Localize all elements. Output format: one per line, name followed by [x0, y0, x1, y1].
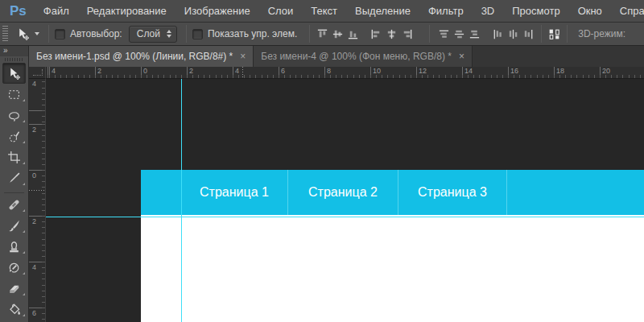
autoselect-label: Автовыбор:: [70, 28, 122, 39]
ruler-origin-icon: [33, 69, 43, 76]
ruler-tick-label: 2: [97, 67, 101, 75]
document-artboard[interactable]: Страница 1Страница 2Страница 3: [141, 170, 644, 322]
separator: [567, 25, 568, 43]
show-transform-controls-checkbox[interactable]: [192, 29, 203, 39]
align-right-edges-icon[interactable]: [400, 27, 414, 41]
separator: [186, 25, 187, 43]
menu-item[interactable]: Выделение: [346, 0, 419, 22]
eyedropper-tool-icon: [7, 171, 21, 185]
eraser-tool-button[interactable]: [0, 278, 28, 299]
clone-stamp-tool-button[interactable]: [0, 236, 28, 257]
tools-panel: »: [0, 46, 29, 322]
autoselect-target-dropdown[interactable]: Слой: [129, 26, 177, 43]
eyedropper-tool-button[interactable]: [0, 167, 28, 188]
align-horizontal-centers-icon[interactable]: [385, 27, 398, 41]
document-tab[interactable]: Без имени-1.psd @ 100% (Линии, RGB/8#) *…: [29, 46, 254, 67]
photoshop-logo: Ps: [0, 3, 35, 19]
ruler-tick-label: 2: [32, 126, 36, 134]
vertical-guide[interactable]: [181, 79, 182, 322]
rectangular-marquee-tool-button[interactable]: [0, 84, 28, 105]
ruler-tick-label: 10: [373, 67, 381, 75]
paint-bucket-tool-button[interactable]: [0, 299, 28, 320]
ruler-tick-label: 6: [281, 67, 285, 75]
flyout-triangle-icon: [23, 209, 25, 212]
canvas-area[interactable]: Страница 1Страница 2Страница 3: [46, 79, 644, 322]
auto-align-layers-icon[interactable]: [547, 27, 561, 41]
page-nav-button[interactable]: Страница 1: [181, 170, 288, 215]
ruler-cursor-marker: [242, 67, 243, 78]
tab-close-icon[interactable]: ×: [240, 52, 246, 60]
options-bar-grip[interactable]: [2, 26, 8, 42]
align-buttons-group: [316, 25, 535, 43]
autoselect-checkbox[interactable]: [55, 29, 65, 39]
menu-items: ФайлРедактированиеИзображениеСлоиТекстВы…: [35, 0, 644, 22]
lasso-tool-button[interactable]: [0, 105, 28, 126]
horizontal-guide[interactable]: [46, 217, 644, 217]
document-tab[interactable]: Без имени-4 @ 100% (Фон меню, RGB/8) *×: [254, 46, 473, 67]
ruler-tick-label: 16: [510, 67, 518, 75]
tab-title: Без имени-4 @ 100% (Фон меню, RGB/8) *: [261, 51, 452, 62]
distribute-vertical-centers-icon[interactable]: [452, 27, 466, 41]
distribute-right-edges-icon[interactable]: [522, 27, 535, 41]
updown-arrows-icon: [167, 30, 171, 38]
paint-bucket-tool-icon: [7, 303, 21, 316]
autoselect-target-value: Слой: [137, 28, 160, 39]
flyout-triangle-icon: [23, 141, 25, 143]
3d-mode-label: 3D-режим:: [578, 28, 625, 39]
ruler-tick-label: 0: [32, 171, 36, 180]
spot-healing-brush-tool-button[interactable]: [0, 194, 28, 215]
horizontal-ruler[interactable]: 4202468101214161820: [46, 67, 644, 79]
align-top-edges-icon[interactable]: [316, 27, 329, 41]
menu-item[interactable]: Просмотр: [503, 0, 568, 22]
brush-tool-button[interactable]: [0, 215, 28, 236]
clone-stamp-tool-icon: [7, 240, 21, 254]
distribute-top-edges-icon[interactable]: [437, 27, 451, 41]
align-left-edges-icon[interactable]: [369, 27, 383, 41]
ruler-origin-corner[interactable]: [29, 67, 46, 79]
tool-preset-picker[interactable]: [13, 27, 43, 41]
align-vertical-centers-icon[interactable]: [331, 27, 345, 41]
tool-list: [0, 63, 28, 320]
move-tool-button[interactable]: [2, 63, 26, 84]
panel-grip[interactable]: [0, 56, 28, 63]
move-tool-icon: [16, 27, 30, 41]
ruler-tick-label: 2: [189, 67, 193, 75]
menu-item[interactable]: Фильтр: [419, 0, 473, 22]
align-bottom-edges-icon[interactable]: [346, 27, 360, 41]
history-brush-tool-button[interactable]: [0, 257, 28, 278]
menu-item[interactable]: Текст: [302, 0, 346, 22]
spot-healing-brush-tool-icon: [7, 198, 21, 212]
menu-item[interactable]: Слои: [259, 0, 303, 22]
menu-item[interactable]: Справка: [611, 0, 644, 22]
lasso-tool-icon: [7, 109, 21, 122]
ruler-tick-label: 18: [556, 67, 564, 75]
ruler-tick-label: 4: [235, 67, 239, 75]
separator: [309, 25, 310, 43]
distribute-horizontal-centers-icon[interactable]: [506, 27, 520, 41]
tab-close-icon[interactable]: ×: [459, 52, 464, 60]
flyout-triangle-icon: [23, 230, 25, 233]
collapse-panel-button[interactable]: »: [0, 46, 28, 56]
page-nav-button[interactable]: Страница 2: [288, 170, 398, 215]
brush-tool-icon: [7, 219, 21, 233]
menu-item[interactable]: 3D: [473, 0, 504, 22]
move-tool-icon: [7, 67, 21, 80]
menu-item[interactable]: Файл: [35, 0, 78, 22]
eraser-tool-icon: [7, 282, 21, 295]
rectangular-marquee-tool-icon: [7, 88, 21, 101]
menu-bar: Ps ФайлРедактированиеИзображениеСлоиТекс…: [0, 0, 644, 23]
flyout-triangle-icon: [23, 293, 25, 295]
ruler-tick-label: 4: [32, 263, 36, 271]
crop-tool-button[interactable]: [0, 147, 28, 167]
vertical-ruler[interactable]: 420246: [29, 79, 46, 322]
quick-selection-tool-icon: [7, 130, 21, 143]
distribute-left-edges-icon[interactable]: [491, 27, 505, 41]
menu-item[interactable]: Редактирование: [78, 0, 175, 22]
menu-item[interactable]: Изображение: [175, 0, 259, 22]
page-nav-button[interactable]: Страница 3: [398, 170, 507, 215]
distribute-bottom-edges-icon[interactable]: [468, 27, 481, 41]
ruler-tick-label: 8: [327, 67, 331, 75]
ruler-tick-label: 14: [464, 67, 473, 75]
menu-item[interactable]: Окно: [569, 0, 611, 22]
quick-selection-tool-button[interactable]: [0, 126, 28, 147]
